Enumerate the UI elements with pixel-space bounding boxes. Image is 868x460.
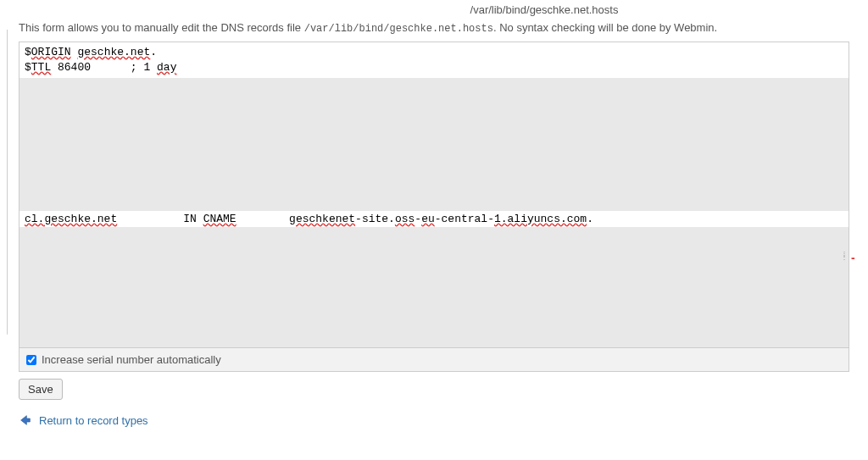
- overflow-indicator: -: [851, 251, 854, 254]
- panel-left-border: [7, 30, 8, 335]
- options-row: Increase serial number automatically: [19, 348, 849, 372]
- arrow-left-icon: [19, 413, 32, 427]
- save-button[interactable]: Save: [19, 379, 63, 400]
- serial-checkbox[interactable]: [26, 355, 36, 365]
- editor-gap: [19, 78, 849, 211]
- zone-file-editor[interactable]: $ORIGIN geschke.net. $TTL 86400 ; 1 day …: [19, 42, 849, 348]
- intro-text: This form allows you to manually edit th…: [19, 21, 849, 35]
- intro-path: /var/lib/bind/geschke.net.hosts: [304, 23, 493, 35]
- resize-handle-icon[interactable]: ⋮⋮: [841, 252, 848, 266]
- file-path-title: /var/lib/bind/geschke.net.hosts: [220, 0, 868, 21]
- serial-label: Increase serial number automatically: [42, 353, 221, 366]
- edit-form: $ORIGIN geschke.net. $TTL 86400 ; 1 day …: [19, 42, 849, 427]
- zone-line-cname: cl.geschke.net IN CNAME geschkenet-site.…: [19, 211, 849, 228]
- return-link[interactable]: Return to record types: [39, 414, 148, 427]
- zone-line-1: $ORIGIN geschke.net. $TTL 86400 ; 1 day: [19, 42, 849, 78]
